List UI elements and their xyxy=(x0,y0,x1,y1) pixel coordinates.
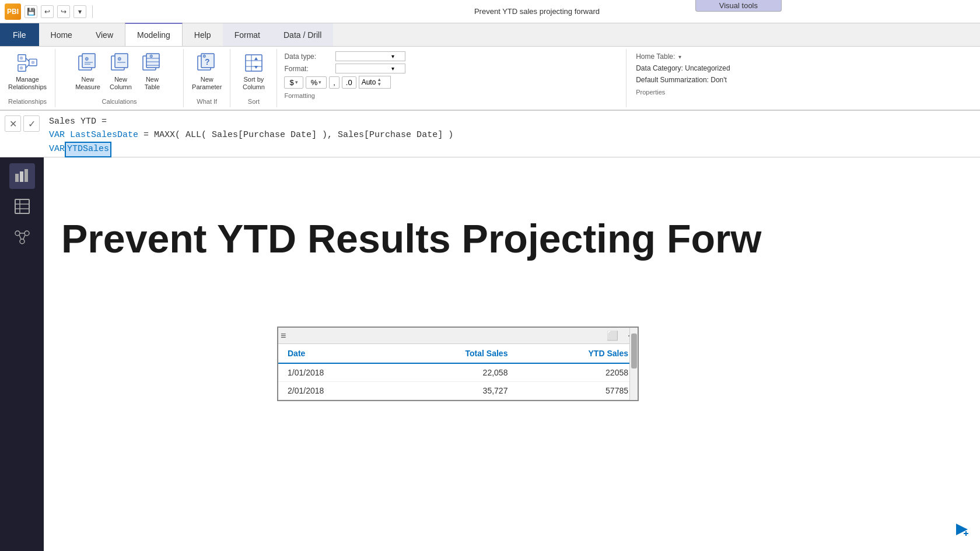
default-summarization-row: Default Summarization: Don't xyxy=(636,76,971,84)
ribbon-formatting: Data type: Format: $ % , .0 Auto ▲ xyxy=(277,49,626,107)
home-table-row: Home Table: ▾ xyxy=(636,52,971,61)
formula-line2: VAR LastSalesDate = MAXX( ALL( Sales[Pur… xyxy=(49,129,971,142)
menu-modeling[interactable]: Modeling xyxy=(125,23,183,46)
cell-total-sales-1: 22,058 xyxy=(391,363,517,382)
data-category-row: Data Category: Uncategorized xyxy=(636,64,971,72)
sort-by-column-label: Sort byColumn xyxy=(243,76,265,91)
new-column-button[interactable]: ⚙ NewColumn xyxy=(106,51,135,93)
formula-content[interactable]: Sales YTD = VAR LastSalesDate = MAXX( AL… xyxy=(44,114,975,159)
subscribe-button[interactable] xyxy=(953,521,971,542)
svg-line-4 xyxy=(26,64,29,68)
format-dropdown[interactable] xyxy=(335,64,405,73)
col-total-sales-header: Total Sales xyxy=(391,344,517,363)
new-table-icon: ⚙ xyxy=(142,52,163,73)
svg-rect-34 xyxy=(20,171,23,182)
cell-ytd-sales-2: 57785 xyxy=(517,382,638,400)
svg-text:⚙: ⚙ xyxy=(117,57,121,62)
svg-point-5 xyxy=(20,56,23,59)
scrollbar-thumb xyxy=(631,334,637,368)
sidebar-model-view[interactable] xyxy=(9,224,35,250)
visual-tools-label: Visual tools xyxy=(695,0,782,12)
table-menu-icon[interactable]: ≡ xyxy=(281,331,286,341)
formula-bar: ✕ ✓ Sales YTD = VAR LastSalesDate = MAXX… xyxy=(0,111,980,157)
formula-var-keyword-2: VAR xyxy=(49,143,65,156)
formula-line2-rest: = MAXX( ALL( Sales[Purchase Date] ), Sal… xyxy=(138,130,453,140)
new-measure-button[interactable]: ⚙ NewMeasure xyxy=(72,51,104,93)
table-visual: ≡ ⬜ ··· Date Total Sales YTD Sales 1/0 xyxy=(277,327,639,401)
menu-format[interactable]: Format xyxy=(223,23,272,46)
svg-text:⚙: ⚙ xyxy=(149,54,153,58)
new-table-button[interactable]: ⚙ NewTable xyxy=(138,51,167,93)
format-label: Format: xyxy=(284,65,331,73)
dollar-button[interactable]: $ xyxy=(284,76,303,89)
percent-button[interactable]: % xyxy=(306,76,327,89)
format-symbols-row: $ % , .0 Auto ▲ ▼ xyxy=(284,76,619,89)
new-column-label: NewColumn xyxy=(110,76,132,91)
auto-box: Auto ▲ ▼ xyxy=(359,76,391,89)
table-visual-header: ≡ ⬜ ··· xyxy=(278,328,638,344)
menu-help[interactable]: Help xyxy=(183,23,223,46)
formula-last-sales-date: LastSalesDate xyxy=(70,130,138,140)
table-row: 2/01/2018 35,727 57785 xyxy=(278,382,638,400)
data-table: Date Total Sales YTD Sales 1/01/2018 22,… xyxy=(278,344,638,400)
table-row: 1/01/2018 22,058 22058 xyxy=(278,363,638,382)
new-column-icon: ⚙ xyxy=(110,52,131,73)
formula-cancel-button[interactable]: ✕ xyxy=(5,115,21,132)
svg-marker-31 xyxy=(254,57,258,60)
window-title: Prevent YTD sales projecting forward xyxy=(99,7,975,16)
ribbon-group-whatif: ? ⚙ NewParameter What If xyxy=(184,49,230,107)
redo-button[interactable]: ↪ xyxy=(57,5,70,18)
manage-relationships-icon xyxy=(17,52,38,73)
cell-total-sales-2: 35,727 xyxy=(391,382,517,400)
svg-line-44 xyxy=(19,235,21,239)
menu-view[interactable]: View xyxy=(84,23,125,46)
undo-button[interactable]: ↩ xyxy=(41,5,54,18)
new-parameter-icon: ? ⚙ xyxy=(197,52,218,73)
formula-controls: ✕ ✓ xyxy=(5,115,40,132)
formula-line3: VAR YTDSales xyxy=(49,142,111,157)
auto-spinner[interactable]: ▲ ▼ xyxy=(377,78,382,87)
svg-marker-32 xyxy=(254,66,258,69)
menu-home[interactable]: Home xyxy=(39,23,84,46)
canvas: Prevent YTD Results Projecting Forw ≡ ⬜ … xyxy=(44,157,980,551)
menu-data-drill[interactable]: Data / Drill xyxy=(272,23,333,46)
ribbon-group-calculations: ⚙ NewMeasure ⚙ NewColumn xyxy=(55,49,184,107)
table-expand-icon[interactable]: ⬜ xyxy=(607,330,618,341)
table-scrollbar[interactable] xyxy=(629,328,638,400)
relationships-section-label: Relationships xyxy=(8,98,47,105)
main-area: Prevent YTD Results Projecting Forw ≡ ⬜ … xyxy=(0,157,980,551)
svg-text:?: ? xyxy=(205,57,210,66)
sort-by-column-button[interactable]: Sort byColumn xyxy=(239,51,268,93)
svg-rect-35 xyxy=(24,169,28,182)
calculations-section-label: Calculations xyxy=(102,98,137,105)
whatif-section-label: What If xyxy=(197,98,217,105)
formula-confirm-button[interactable]: ✓ xyxy=(23,115,40,132)
comma-button[interactable]: , xyxy=(329,76,340,89)
title-bar: PBI 💾 ↩ ↪ ▾ Prevent YTD sales projecting… xyxy=(0,0,980,23)
menu-file[interactable]: File xyxy=(0,23,39,46)
sidebar-data-view[interactable] xyxy=(9,194,35,219)
page-title: Prevent YTD Results Projecting Forw xyxy=(61,216,761,261)
table-visual-controls: ≡ ⬜ ··· xyxy=(281,330,635,341)
home-table-dropdown[interactable]: ▾ xyxy=(678,54,681,60)
auto-label: Auto xyxy=(362,78,376,86)
sidebar-report-view[interactable] xyxy=(9,163,35,189)
svg-line-3 xyxy=(26,58,29,61)
svg-point-7 xyxy=(32,61,35,64)
cell-ytd-sales-1: 22058 xyxy=(517,363,638,382)
ribbon-group-sort: Sort byColumn Sort xyxy=(230,49,277,107)
manage-relationships-button[interactable]: ManageRelationships xyxy=(5,51,50,93)
svg-rect-33 xyxy=(15,174,19,182)
col-ytd-sales-header: YTD Sales xyxy=(517,344,638,363)
save-button[interactable]: 💾 xyxy=(24,5,37,18)
default-summarization-value: Default Summarization: Don't xyxy=(636,76,727,84)
format-row: Format: xyxy=(284,64,619,73)
decimal-button[interactable]: .0 xyxy=(342,76,356,89)
data-type-dropdown[interactable] xyxy=(335,51,405,61)
data-category-value: Data Category: Uncategorized xyxy=(636,64,730,72)
customize-button[interactable]: ▾ xyxy=(74,5,86,18)
home-table-label: Home Table: xyxy=(636,52,675,61)
menu-bar: File Home View Modeling Help Format Data… xyxy=(0,23,980,47)
new-parameter-button[interactable]: ? ⚙ NewParameter xyxy=(188,51,225,93)
svg-point-6 xyxy=(20,66,23,69)
